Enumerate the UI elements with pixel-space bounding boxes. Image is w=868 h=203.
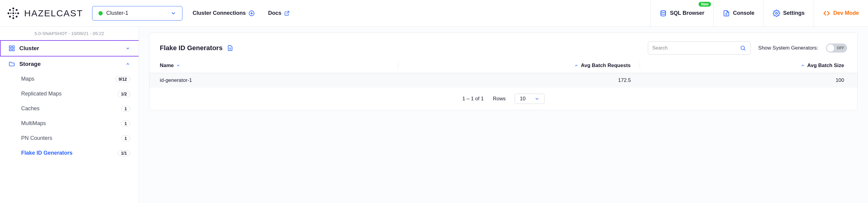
cluster-selector[interactable]: Cluster-1 — [92, 6, 182, 21]
item-badge: 1 — [121, 106, 130, 112]
svg-point-11 — [13, 10, 14, 11]
column-avg-batch-requests[interactable]: Avg Batch Requests — [398, 62, 640, 68]
item-badge: 1 — [121, 120, 130, 126]
file-icon — [723, 10, 730, 17]
page-title: Flake ID Generators — [160, 44, 234, 52]
tool-label: Settings — [783, 10, 805, 16]
sidebar-item-flake-id-generators[interactable]: Flake ID Generators 1/1 — [0, 146, 138, 161]
toolbar: SQL Browser New Console Settings Dev Mod… — [650, 0, 868, 26]
sidebar-item-pn-counters[interactable]: PN Counters 1 — [0, 131, 138, 146]
sidebar: 5.0-SNAPSHOT - 10/09/21 - 05:22 Cluster … — [0, 27, 139, 203]
svg-point-20 — [741, 46, 744, 50]
chevron-down-icon — [125, 46, 130, 51]
item-label: Maps — [21, 76, 34, 82]
folder-icon — [8, 61, 15, 67]
item-badge: 1 — [121, 135, 130, 141]
column-name[interactable]: Name — [160, 62, 398, 68]
sidebar-item-replicated-maps[interactable]: Replicated Maps 1/2 — [0, 86, 138, 101]
cluster-connections-link[interactable]: Cluster Connections — [193, 10, 255, 17]
svg-point-5 — [17, 12, 19, 14]
svg-point-1 — [12, 7, 14, 9]
sidebar-section-storage[interactable]: Storage — [0, 57, 138, 71]
dev-mode-button[interactable]: Dev Mode — [814, 0, 868, 26]
docs-link[interactable]: Docs — [268, 10, 290, 16]
table-footer: 1 – 1 of 1 Rows 10 — [150, 88, 858, 104]
section-label: Cluster — [19, 45, 39, 52]
status-dot-icon — [98, 11, 103, 16]
chevron-up-icon — [125, 62, 130, 66]
cell-name: id-generator-1 — [160, 77, 398, 83]
sql-browser-button[interactable]: SQL Browser New — [650, 0, 713, 26]
svg-point-9 — [10, 13, 11, 14]
section-label: Storage — [19, 61, 41, 67]
sort-asc-icon — [574, 63, 578, 68]
item-label: Replicated Maps — [21, 91, 62, 97]
file-icon — [227, 45, 234, 51]
sidebar-item-maps[interactable]: Maps 9/12 — [0, 71, 138, 86]
database-icon — [660, 10, 667, 17]
toggle-knob — [827, 45, 834, 52]
settings-button[interactable]: Settings — [764, 0, 814, 26]
table-header: Name Avg Batch Requests Avg Batch Size — [150, 62, 858, 73]
svg-point-6 — [9, 16, 11, 18]
show-system-generators-toggle[interactable]: OFF — [826, 44, 847, 53]
plus-circle-icon — [248, 10, 255, 17]
sort-asc-icon — [176, 63, 180, 68]
item-badge: 1/2 — [118, 91, 130, 97]
search-input[interactable] — [648, 41, 750, 55]
code-icon — [823, 10, 830, 17]
topbar: HAZELCAST Cluster-1 Cluster Connections … — [0, 0, 868, 27]
external-link-icon — [284, 10, 290, 16]
logo: HAZELCAST — [6, 6, 83, 21]
logo-text: HAZELCAST — [24, 8, 83, 19]
cell-avg-size: 100 — [640, 77, 847, 83]
search-field[interactable] — [652, 45, 738, 51]
tool-label: Console — [733, 10, 754, 16]
rows-label: Rows — [493, 96, 506, 102]
search-icon — [740, 45, 746, 51]
svg-rect-16 — [9, 46, 11, 48]
svg-point-4 — [12, 12, 14, 14]
show-system-generators-label: Show System Generators: — [758, 45, 818, 51]
grid-icon — [8, 45, 15, 52]
svg-rect-17 — [12, 46, 14, 48]
pagination-info: 1 – 1 of 1 — [462, 96, 484, 102]
tool-label: SQL Browser — [670, 10, 704, 16]
svg-point-2 — [16, 9, 18, 11]
svg-point-8 — [16, 16, 18, 18]
sidebar-item-multimaps[interactable]: MultiMaps 1 — [0, 116, 138, 131]
cluster-selector-label: Cluster-1 — [106, 10, 128, 16]
svg-point-3 — [7, 12, 9, 14]
column-avg-batch-size[interactable]: Avg Batch Size — [640, 62, 847, 68]
chevron-down-icon — [534, 96, 539, 101]
svg-point-14 — [661, 10, 665, 12]
item-label: Flake ID Generators — [21, 150, 72, 156]
svg-point-0 — [9, 9, 11, 11]
cell-avg-requests: 172.5 — [398, 77, 640, 83]
panel: Flake ID Generators Show System Generato… — [149, 33, 858, 110]
sidebar-item-caches[interactable]: Caches 1 — [0, 101, 138, 116]
table: Name Avg Batch Requests Avg Batch Size i… — [150, 62, 858, 104]
link-label: Docs — [268, 10, 281, 16]
table-row[interactable]: id-generator-1 172.5 100 — [150, 73, 858, 88]
svg-point-7 — [12, 17, 14, 19]
content: Flake ID Generators Show System Generato… — [139, 27, 868, 203]
svg-point-12 — [13, 15, 14, 16]
console-button[interactable]: Console — [713, 0, 764, 26]
svg-point-15 — [776, 12, 777, 14]
top-links: Cluster Connections Docs — [193, 10, 290, 17]
snapshot-label: 5.0-SNAPSHOT - 10/09/21 - 05:22 — [0, 27, 138, 40]
gear-icon — [773, 10, 780, 17]
tool-label: Dev Mode — [833, 10, 859, 16]
item-label: PN Counters — [21, 135, 52, 141]
item-label: Caches — [21, 106, 39, 112]
svg-rect-19 — [12, 49, 14, 51]
rows-per-page-select[interactable]: 10 — [515, 94, 545, 104]
item-label: MultiMaps — [21, 120, 46, 126]
sidebar-section-cluster[interactable]: Cluster — [0, 40, 138, 57]
svg-point-10 — [15, 13, 16, 14]
chevron-down-icon — [170, 10, 176, 16]
toggle-state: OFF — [837, 46, 844, 50]
sort-asc-icon — [801, 63, 805, 68]
link-label: Cluster Connections — [193, 10, 246, 16]
